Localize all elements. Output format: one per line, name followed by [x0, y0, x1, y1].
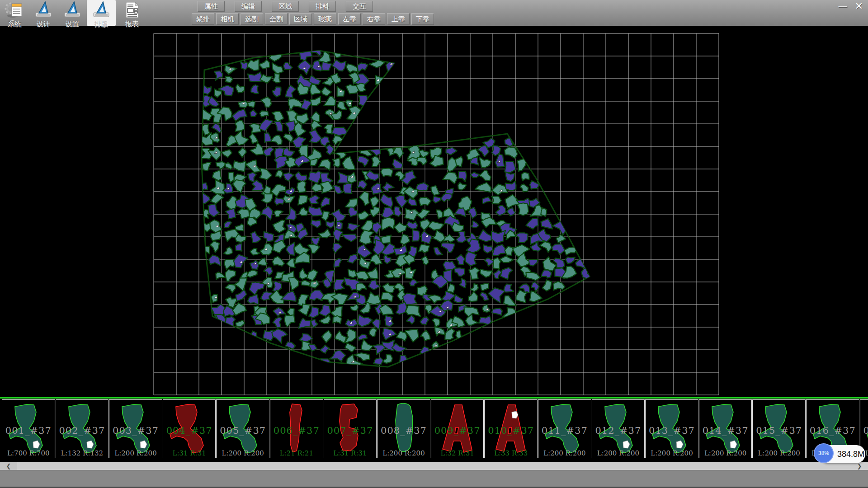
nest-piece — [259, 111, 269, 117]
thumbnail-lr-count: L:200 R:200 — [109, 449, 162, 457]
thumbnail-lr-count: L:700 R:700 — [2, 449, 55, 457]
nest-piece — [343, 183, 352, 193]
action-item[interactable]: 瑕疵 — [314, 13, 336, 25]
nest-piece — [200, 124, 210, 135]
thumbnail-lr-count: L:21 R:21 — [270, 449, 323, 457]
nest-piece — [406, 305, 420, 317]
tool-button-design[interactable]: 设计 — [29, 0, 58, 26]
thumbnail-lr-count: L:33 R:33 — [485, 449, 537, 457]
thumbnail-cell[interactable]: 008_#37L:200 R:200 — [377, 399, 430, 458]
nest-piece — [419, 244, 429, 253]
layout-ruler-icon — [91, 1, 111, 19]
memory-badge: 38% 384.8M — [819, 445, 865, 463]
thumbnail-piece-name: 015_#37 — [753, 425, 805, 436]
thumbnail-cell[interactable]: 003_#37L:200 R:200 — [109, 399, 162, 458]
thumbnail-cell[interactable]: 013_#37L:200 R:200 — [645, 399, 698, 458]
action-item[interactable]: 左靠 — [338, 13, 361, 25]
system-gear-icon — [5, 1, 24, 19]
action-item[interactable]: 选割 — [241, 13, 263, 25]
thumbnail-cell[interactable]: 001_#37L:700 R:700 — [2, 399, 55, 458]
nest-piece — [456, 330, 461, 338]
nest-piece — [297, 181, 306, 192]
thumbnail-cell[interactable]: 009_#37L:32 R:31 — [431, 399, 484, 458]
menu-item[interactable]: 区域 — [272, 1, 299, 12]
action-item[interactable]: 区域 — [289, 13, 312, 25]
thumbnail-cell[interactable]: 014_#37L:200 R:200 — [699, 399, 752, 458]
thumbnail-lr-count: L:132 R:132 — [56, 449, 108, 457]
nest-piece — [412, 230, 420, 241]
thumbnail-piece-name: 007_#37 — [324, 425, 377, 436]
toolbar: 系统 设计 设置 — [0, 0, 868, 26]
action-item[interactable]: 上靠 — [387, 13, 410, 25]
status-area — [0, 470, 868, 488]
thumbnail-lr-count: L:31 R:31 — [163, 449, 216, 457]
thumbnail-piece-name: 003_#37 — [109, 425, 162, 436]
thumbnail-piece-name: 011_#37 — [538, 425, 591, 436]
thumbnail-cell[interactable]: 012_#37L:200 R:200 — [592, 399, 645, 458]
minimize-button[interactable]: — — [835, 1, 850, 12]
thumbnail-piece-name: 010_#37 — [485, 425, 537, 436]
thumbnail-lr-count: L:200 R:200 — [753, 449, 805, 457]
menu-bar: 属性编辑区域排料交互 — [198, 1, 383, 12]
nesting-canvas[interactable] — [0, 26, 868, 397]
thumbnail-piece-name: 012_#37 — [592, 425, 645, 436]
menu-item[interactable]: 排料 — [309, 1, 336, 12]
thumbnail-piece-name: 005_#37 — [217, 425, 269, 436]
thumbnail-lr-count: L:200 R:200 — [699, 449, 752, 457]
thumbnail-cell[interactable]: 011_#37L:200 R:200 — [538, 399, 591, 458]
thumbnail-piece-name: 008_#37 — [377, 425, 430, 436]
thumbnail-lr-count: L:200 R:200 — [592, 449, 645, 457]
thumbnail-cell[interactable]: 007_#37L:31 R:31 — [324, 399, 377, 458]
thumbnail-piece-name: 013_#37 — [646, 425, 698, 436]
menu-item[interactable]: 属性 — [198, 1, 225, 12]
tool-button-system[interactable]: 系统 — [0, 0, 29, 26]
thumbnail-lr-count: L:200 R:200 — [646, 449, 698, 457]
thumbnail-piece-name: 006_#37 — [270, 425, 323, 436]
report-doc-icon — [122, 1, 142, 19]
thumbnail-lr-count: L:32 R:31 — [431, 449, 484, 457]
tool-button-report[interactable]: 报表 — [118, 0, 146, 26]
thumbnail-lr-count: L:200 R:200 — [538, 449, 591, 457]
nest-piece — [226, 317, 236, 328]
piece-thumbnail-strip: 001_#37L:700 R:700002_#37L:132 R:132003_… — [0, 399, 868, 462]
thumbnail-lr-count: L:31 R:31 — [324, 449, 377, 457]
nest-piece — [381, 168, 393, 177]
action-item[interactable]: 右靠 — [363, 13, 385, 25]
nest-piece — [235, 121, 245, 131]
progress-percent-badge: 38% — [814, 443, 834, 463]
nest-piece — [236, 244, 242, 251]
thumbnail-piece-name: 009_#37 — [431, 425, 484, 436]
thumbnail-piece-name: 014_#37 — [699, 425, 752, 436]
horizontal-scrollbar[interactable]: ❮ ❯ — [0, 462, 868, 470]
action-item[interactable]: 聚排 — [192, 13, 214, 25]
thumbnail-piece-name: 016_#37 — [807, 425, 859, 436]
action-bar: 聚排相机选割全割区域瑕疵左靠右靠上靠下靠 — [192, 13, 436, 25]
thumbnail-lr-count: L:200 R:200 — [217, 449, 269, 457]
scroll-right-arrow-icon[interactable]: ❯ — [851, 462, 868, 470]
thumbnail-cell[interactable]: 010_#37L:33 R:33 — [484, 399, 538, 458]
tool-button-settings[interactable]: 设置 — [58, 0, 87, 26]
nest-piece — [541, 270, 552, 278]
thumbnail-piece-name: 004_#37 — [163, 425, 216, 436]
thumbnail-piece-name: 001_#37 — [2, 425, 55, 436]
menu-item[interactable]: 交互 — [346, 1, 373, 12]
close-button[interactable]: ✕ — [852, 1, 866, 12]
thumbnail-piece-name: 017_#37 — [860, 425, 868, 436]
thumbnail-cell[interactable]: 004_#37L:31 R:31 — [163, 399, 216, 458]
thumbnail-piece-name: 002_#37 — [56, 425, 108, 436]
menu-item[interactable]: 编辑 — [235, 1, 262, 12]
tool-button-layout[interactable]: 排版 — [87, 0, 116, 26]
thumbnail-cell[interactable]: 006_#37L:21 R:21 — [270, 399, 323, 458]
settings-ruler-icon — [62, 1, 82, 19]
scroll-left-arrow-icon[interactable]: ❮ — [0, 462, 17, 470]
thumbnail-cell[interactable]: 002_#37L:132 R:132 — [56, 399, 109, 458]
nest-piece — [517, 203, 528, 215]
thumbnail-cell[interactable]: 015_#37L:200 R:200 — [752, 399, 806, 458]
nest-piece — [541, 208, 547, 216]
action-item[interactable]: 下靠 — [411, 13, 434, 25]
action-item[interactable]: 相机 — [216, 13, 239, 25]
design-ruler-icon — [33, 1, 53, 19]
thumbnail-cell[interactable]: 005_#37L:200 R:200 — [216, 399, 269, 458]
app-window: 系统 设计 设置 — [0, 0, 868, 488]
action-item[interactable]: 全割 — [265, 13, 288, 25]
